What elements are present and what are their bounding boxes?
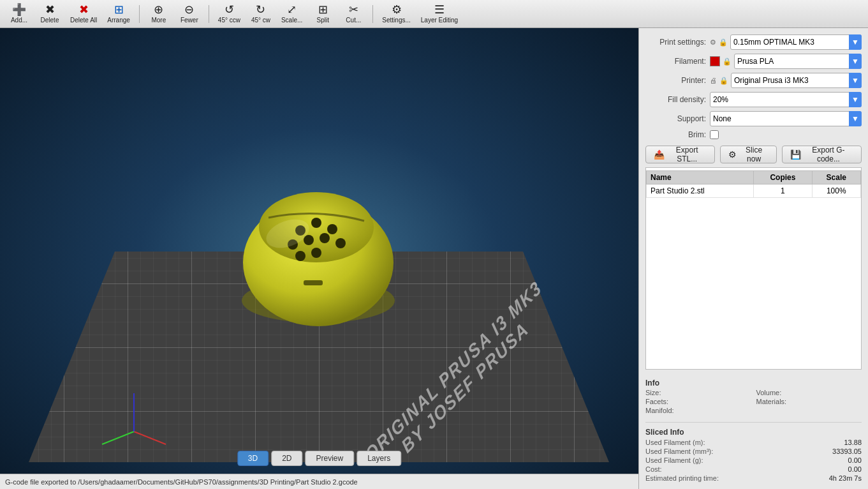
- fill-density-select-wrap: 20% ▼: [710, 92, 862, 107]
- fewer-label: Fewer: [180, 17, 198, 24]
- rotate-ccw-label: 45° ccw: [218, 17, 240, 24]
- delete-all-icon: ✖: [79, 4, 89, 15]
- cost-value: 0.00: [848, 465, 862, 473]
- filament-label: Filament:: [645, 57, 706, 66]
- fewer-button[interactable]: ⊖ Fewer: [175, 2, 203, 26]
- view-layers-button[interactable]: Layers: [357, 451, 401, 466]
- sliced-info-section: Sliced Info Used Filament (m): 13.88 Use…: [645, 422, 862, 483]
- info-title: Info: [645, 377, 862, 389]
- printer-select-wrap: Original Prusa i3 MK3 ▼: [731, 73, 862, 88]
- size-row: Size:: [645, 389, 751, 396]
- statusbar-text: G-code file exported to /Users/ghadaamer…: [5, 478, 358, 486]
- fill-density-select[interactable]: 20%: [710, 92, 862, 107]
- printer-select[interactable]: Original Prusa i3 MK3: [731, 73, 862, 88]
- used-filament-m-value: 13.88: [844, 439, 862, 446]
- brim-row: Brim:: [645, 130, 862, 139]
- materials-row: Materials:: [756, 398, 862, 405]
- object-table: Name Copies Scale Part Studio 2.stl 1 10…: [646, 170, 861, 198]
- cut-button[interactable]: ✂ Cut...: [339, 2, 367, 26]
- size-key: Size:: [645, 389, 661, 396]
- gear-icon: ⚙: [710, 38, 716, 47]
- support-label: Support:: [645, 114, 706, 123]
- manifold-row: Manifold:: [645, 407, 751, 414]
- facets-key: Facets:: [645, 398, 668, 405]
- export-stl-icon: 📤: [654, 149, 665, 160]
- export-gcode-button[interactable]: 💾 Export G-code...: [782, 146, 862, 163]
- delete-all-label: Delete All: [70, 17, 97, 24]
- printer-label: Printer:: [645, 76, 706, 85]
- estimated-time-value: 4h 23m 7s: [829, 474, 862, 482]
- separator-1: [139, 5, 140, 23]
- export-stl-button[interactable]: 📤 Export STL...: [645, 146, 715, 163]
- main-area: ORIGINAL PRUSA i3 MK3 by Josef Prusa: [0, 28, 868, 489]
- support-control: None ▼: [710, 111, 862, 126]
- toolbar: ➕ Add... ✖ Delete ✖ Delete All ⊞ Arrange…: [0, 0, 868, 28]
- view-2d-button[interactable]: 2D: [271, 451, 302, 466]
- cell-scale: 100%: [812, 184, 860, 198]
- print-settings-row: Print settings: ⚙ 🔒 0.15mm OPTIMAL MK3 ▼: [645, 34, 862, 50]
- cost-row: Cost: 0.00: [645, 465, 862, 474]
- more-button[interactable]: ⊕ More: [145, 2, 173, 26]
- arrange-button[interactable]: ⊞ Arrange: [103, 2, 134, 26]
- settings-button[interactable]: ⚙ Settings...: [378, 2, 414, 26]
- axis-indicator: [96, 380, 172, 457]
- facets-row: Facets:: [645, 398, 751, 405]
- scale-button[interactable]: ⤢ Scale...: [277, 2, 306, 26]
- rotate-cw-label: 45° cw: [251, 17, 270, 24]
- materials-key: Materials:: [756, 398, 787, 405]
- delete-button[interactable]: ✖ Delete: [36, 2, 64, 26]
- view-3d-button[interactable]: 3D: [237, 451, 268, 466]
- slice-now-button[interactable]: ⚙ Slice now: [720, 146, 777, 163]
- printer-lock-icon: 🔒: [719, 77, 728, 85]
- export-gcode-icon: 💾: [790, 149, 801, 160]
- rotate-ccw-button[interactable]: ↺ 45° ccw: [214, 2, 244, 26]
- view-controls: 3D 2D Preview Layers: [237, 451, 401, 466]
- split-icon: ⊞: [318, 4, 328, 15]
- rotate-ccw-icon: ↺: [224, 4, 234, 15]
- filament-control: 🔒 Prusa PLA ▼: [710, 54, 862, 69]
- filament-select[interactable]: Prusa PLA: [734, 54, 862, 69]
- rotate-cw-button[interactable]: ↻ 45° cw: [247, 2, 275, 26]
- sliced-info-title: Sliced Info: [645, 426, 862, 438]
- slice-now-label: Slice now: [739, 146, 769, 163]
- split-button[interactable]: ⊞ Split: [309, 2, 337, 26]
- used-filament-m-row: Used Filament (m): 13.88: [645, 438, 862, 447]
- used-filament-g-key: Used Filament (g):: [645, 456, 703, 464]
- support-select-wrap: None ▼: [710, 111, 862, 126]
- fewer-icon: ⊖: [184, 4, 194, 15]
- volume-row: Volume:: [756, 389, 862, 396]
- layer-editing-button[interactable]: ☰ Layer Editing: [417, 2, 462, 26]
- brim-checkbox[interactable]: [710, 130, 719, 139]
- estimated-time-row: Estimated printing time: 4h 23m 7s: [645, 474, 862, 483]
- add-label: Add...: [11, 17, 27, 24]
- svg-line-17: [134, 432, 166, 444]
- table-row[interactable]: Part Studio 2.stl 1 100%: [647, 184, 861, 198]
- col-header-scale: Scale: [812, 171, 860, 184]
- add-button[interactable]: ➕ Add...: [5, 2, 33, 26]
- printer-icon: 🖨: [710, 77, 717, 84]
- filament-row: Filament: 🔒 Prusa PLA ▼: [645, 54, 862, 69]
- delete-label: Delete: [41, 17, 59, 24]
- used-filament-mm3-value: 33393.05: [832, 448, 862, 455]
- filament-lock-icon: 🔒: [723, 57, 732, 66]
- brim-label: Brim:: [645, 130, 706, 139]
- used-filament-g-value: 0.00: [848, 456, 862, 464]
- svg-line-18: [102, 432, 134, 444]
- cell-copies: 1: [754, 184, 812, 198]
- used-filament-mm3-row: Used Filament (mm³): 33393.05: [645, 447, 862, 456]
- viewport[interactable]: ORIGINAL PRUSA i3 MK3 by Josef Prusa: [0, 28, 638, 489]
- delete-all-button[interactable]: ✖ Delete All: [66, 2, 101, 26]
- add-icon: ➕: [12, 4, 26, 15]
- printer-row: Printer: 🖨 🔒 Original Prusa i3 MK3 ▼: [645, 73, 862, 88]
- filament-select-wrap: Prusa PLA ▼: [734, 54, 862, 69]
- support-row: Support: None ▼: [645, 111, 862, 126]
- support-select[interactable]: None: [710, 111, 862, 126]
- info-grid: Size: Volume: Facets: Materials: Manifol…: [645, 389, 862, 414]
- separator-3: [372, 5, 373, 23]
- print-settings-select[interactable]: 0.15mm OPTIMAL MK3: [730, 34, 862, 50]
- rotate-cw-icon: ↻: [256, 4, 265, 15]
- view-preview-button[interactable]: Preview: [305, 451, 354, 466]
- slice-now-icon: ⚙: [728, 149, 737, 160]
- scale-label: Scale...: [281, 17, 302, 24]
- print-settings-control: ⚙ 🔒 0.15mm OPTIMAL MK3 ▼: [710, 34, 862, 50]
